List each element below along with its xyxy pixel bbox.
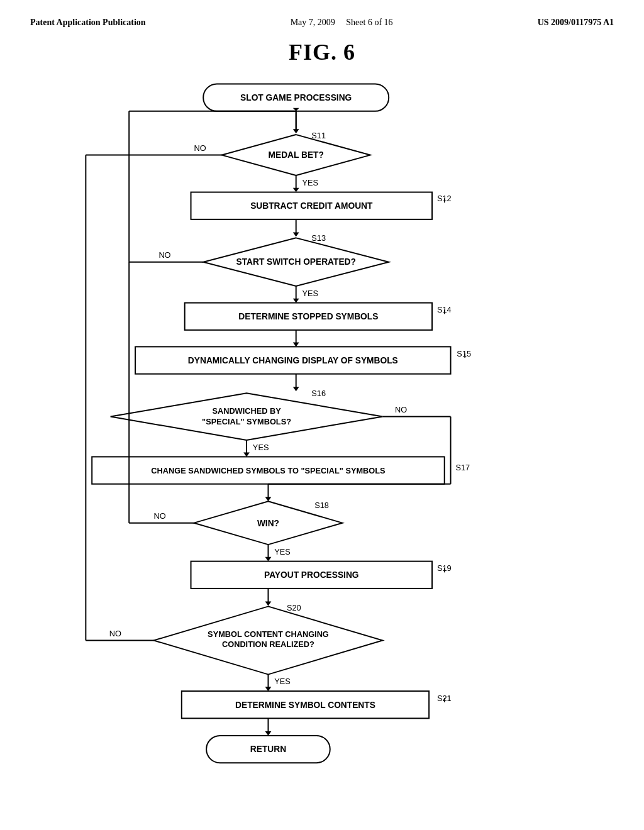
s18-ref: S18 [314, 501, 329, 510]
svg-marker-39 [265, 557, 272, 562]
s13-ref: S13 [311, 233, 326, 243]
s15-label: DYNAMICALLY CHANGING DISPLAY OF SYMBOLS [188, 356, 398, 365]
s20-label1: SYMBOL CONTENT CHANGING [208, 629, 329, 639]
no-s20: NO [109, 629, 121, 638]
figure-title: FIG. 6 [0, 39, 644, 65]
s14-label: DETERMINE STOPPED SYMBOLS [238, 312, 378, 321]
svg-marker-16 [293, 299, 299, 303]
svg-marker-45 [265, 602, 272, 606]
start-label: SLOT GAME PROCESSING [240, 93, 352, 102]
s20-ref: S20 [287, 603, 301, 612]
yes-s16: YES [253, 443, 269, 452]
s16-label1: SANDWICHED BY [212, 406, 281, 416]
header-left: Patent Application Publication [30, 18, 146, 28]
s19-label: PAYOUT PROCESSING [264, 570, 359, 580]
yes-s20: YES [274, 677, 291, 686]
s17-ref: S17 [455, 463, 470, 472]
s11-label: MEDAL BET? [269, 150, 324, 160]
header-center: May 7, 2009 Sheet 6 of 16 [291, 18, 393, 28]
s13-label: START SWITCH OPERATED? [236, 257, 355, 267]
svg-marker-55 [265, 731, 272, 736]
svg-marker-13 [293, 233, 299, 237]
svg-marker-5 [293, 188, 299, 192]
s21-label: DETERMINE SYMBOL CONTENTS [235, 700, 375, 710]
svg-marker-48 [265, 687, 272, 691]
no-s18: NO [154, 511, 166, 521]
yes-s13: YES [303, 289, 319, 298]
s18-label: WIN? [257, 519, 279, 528]
yes-s18: YES [274, 547, 291, 556]
pub-date: May 7, 2009 [291, 18, 335, 27]
flowchart-diagram: text { font-family: Arial, sans-serif; }… [0, 65, 644, 807]
s12-label: SUBTRACT CREDIT AMOUNT [250, 201, 373, 211]
no-s16: NO [395, 405, 407, 414]
s15-ref: S15 [457, 349, 471, 358]
yes-s11: YES [303, 178, 319, 187]
patent-number: US 2009/0117975 A1 [538, 18, 614, 27]
s20-label2: CONDITION REALIZED? [222, 639, 314, 649]
s16-label2: "SPECIAL" SYMBOLS? [202, 417, 291, 426]
svg-marker-36 [265, 497, 272, 501]
svg-marker-29 [243, 453, 250, 457]
header-right: US 2009/0117975 A1 [538, 18, 614, 28]
no-s11: NO [194, 143, 206, 153]
publication-label: Patent Application Publication [30, 18, 146, 27]
svg-marker-22 [293, 343, 299, 347]
s16-ref: S16 [311, 389, 326, 398]
svg-marker-26 [293, 387, 299, 391]
no-s13: NO [158, 250, 170, 260]
header: Patent Application Publication May 7, 20… [0, 0, 644, 28]
s17-label: CHANGE SANDWICHED SYMBOLS TO "SPECIAL" S… [151, 466, 386, 475]
flowchart-svg: text { font-family: Arial, sans-serif; }… [0, 65, 644, 807]
sheet-info: Sheet 6 of 16 [346, 18, 392, 27]
end-label: RETURN [250, 744, 286, 754]
s11-ref: S11 [311, 131, 326, 140]
